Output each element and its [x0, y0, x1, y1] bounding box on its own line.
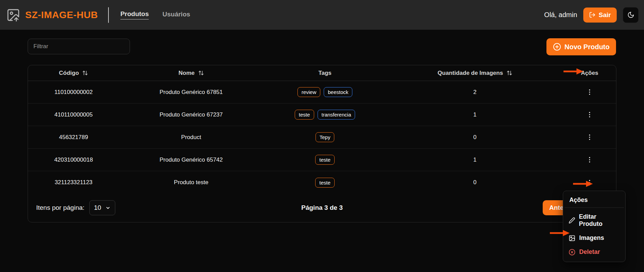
context-menu-item-label: Editar Produto	[579, 213, 620, 228]
quantidade-value: 1	[473, 111, 476, 118]
ellipsis-vertical-icon	[586, 157, 593, 163]
cell-tags: teste	[263, 178, 387, 188]
chevron-down-icon	[105, 205, 111, 210]
main-nav: Produtos Usuários	[120, 10, 190, 19]
annotation-arrow-imagens-item	[549, 230, 570, 236]
quantidade-value: 1	[473, 157, 476, 163]
cell-nome: Produto Genérico 67237	[119, 111, 263, 118]
context-menu-item-imagens[interactable]: Imagens	[565, 231, 624, 245]
items-per-page-select[interactable]: 10	[89, 200, 115, 215]
column-header-label: Código	[59, 70, 79, 77]
row-actions-menu-button[interactable]	[584, 132, 595, 143]
context-menu-item-editar-produto[interactable]: Editar Produto	[565, 210, 624, 231]
cell-acoes	[563, 132, 616, 143]
ellipsis-vertical-icon	[586, 134, 593, 140]
nav-item-produtos[interactable]: Produtos	[120, 10, 149, 19]
codigo-value: 456321789	[59, 134, 88, 141]
cell-nome: Produto teste	[119, 179, 263, 186]
nome-value: Produto Genérico 67851	[160, 89, 223, 96]
context-menu-title: Ações	[565, 192, 624, 208]
items-per-page-value: 10	[94, 204, 101, 212]
column-header: Quantidade de Imagens	[387, 70, 563, 77]
sort-icon[interactable]	[198, 70, 204, 76]
table-row: 410110000005 Produto Genérico 67237 test…	[28, 104, 616, 126]
image-up-icon	[6, 8, 20, 22]
table-row: 321123321123 Produto teste teste 0	[28, 171, 616, 194]
column-header-label: Tags	[318, 70, 331, 77]
tag-badge: transferencia	[318, 110, 355, 120]
annotation-arrow-row-actions	[572, 180, 594, 187]
tag-badge: beestock	[324, 87, 352, 97]
user-greeting: Olá, admin	[544, 11, 577, 19]
cell-codigo: 321123321123	[28, 179, 119, 186]
column-header: Tags	[263, 70, 387, 77]
codigo-value: 321123321123	[55, 179, 92, 186]
column-header: Código	[28, 70, 119, 77]
top-navbar: SZ-IMAGE-HUB Produtos Usuários Olá, admi…	[0, 0, 644, 30]
table-row: 456321789 Product Tepy 0	[28, 126, 616, 149]
row-actions-context-menu: Ações Editar Produto Imagens Deletar	[563, 191, 626, 262]
logout-button[interactable]: Sair	[583, 8, 617, 23]
nome-value: Produto Genérico 65742	[160, 157, 223, 163]
cell-nome: Product	[119, 134, 263, 141]
new-product-label: Novo Produto	[565, 43, 610, 51]
quantidade-value: 0	[473, 179, 476, 186]
tag-badge: teste	[295, 110, 314, 120]
row-actions-menu-button[interactable]	[584, 109, 595, 121]
nome-value: Produto Genérico 67237	[160, 111, 223, 118]
row-actions-menu-button[interactable]	[584, 86, 595, 98]
cell-nome: Produto Genérico 67851	[119, 89, 263, 96]
nav-item-usuarios[interactable]: Usuários	[162, 11, 190, 19]
cell-quantidade: 1	[387, 111, 563, 118]
cell-tags: testetransferencia	[263, 110, 387, 120]
nav-divider	[108, 7, 109, 23]
table-body: 110100000002 Produto Genérico 67851 revi…	[28, 81, 616, 194]
logout-icon	[589, 12, 596, 18]
cell-acoes	[563, 109, 616, 121]
column-header-label: Quantidade de Imagens	[438, 70, 503, 77]
cell-codigo: 410110000005	[28, 111, 119, 118]
pencil-icon	[569, 217, 575, 224]
tag-badge: teste	[315, 155, 335, 165]
ellipsis-vertical-icon	[586, 111, 593, 118]
cell-tags: reviewbeestock	[263, 87, 387, 97]
annotation-arrow-acoes-header	[563, 68, 584, 75]
moon-icon	[627, 11, 634, 18]
navbar-right: Olá, admin Sair	[544, 7, 639, 23]
new-product-button[interactable]: Novo Produto	[546, 38, 616, 55]
logout-label: Sair	[599, 11, 611, 19]
column-header: Nome	[119, 70, 263, 77]
cell-codigo: 110100000002	[28, 89, 119, 96]
cell-codigo: 456321789	[28, 134, 119, 141]
nome-value: Product	[181, 134, 201, 141]
cell-quantidade: 1	[387, 157, 563, 163]
cell-acoes	[563, 154, 616, 166]
tag-badge: Tepy	[316, 132, 335, 142]
column-header-label: Nome	[178, 70, 194, 77]
cell-quantidade: 0	[387, 179, 563, 186]
quantidade-value: 2	[473, 89, 476, 96]
products-table-card: Código Nome Tags Quantidade de Imagens A…	[28, 65, 616, 222]
codigo-value: 420310000018	[54, 157, 93, 163]
cell-codigo: 420310000018	[28, 157, 119, 163]
row-actions-menu-button[interactable]	[584, 154, 595, 166]
cell-tags: teste	[263, 155, 387, 165]
filter-input[interactable]	[28, 39, 130, 54]
cell-nome: Produto Genérico 65742	[119, 157, 263, 163]
items-per-page-label: Itens por página:	[36, 204, 85, 212]
table-row: 420310000018 Produto Genérico 65742 test…	[28, 149, 616, 171]
theme-toggle-button[interactable]	[623, 7, 639, 23]
table-footer: Itens por página: 10 Página 3 de 3 Anter…	[28, 193, 616, 222]
cell-quantidade: 0	[387, 134, 563, 141]
app-page: SZ-IMAGE-HUB Produtos Usuários Olá, admi…	[0, 0, 644, 272]
quantidade-value: 0	[473, 134, 476, 141]
cell-tags: Tepy	[263, 132, 387, 142]
context-menu-item-deletar[interactable]: Deletar	[565, 245, 624, 259]
page-info: Página 3 de 3	[301, 204, 342, 212]
brand: SZ-IMAGE-HUB	[6, 8, 98, 22]
circle-x-icon	[569, 249, 575, 256]
sort-icon[interactable]	[507, 70, 512, 76]
sort-icon[interactable]	[82, 70, 88, 76]
table-header-row: Código Nome Tags Quantidade de Imagens A…	[28, 65, 616, 81]
codigo-value: 410110000005	[55, 111, 93, 118]
